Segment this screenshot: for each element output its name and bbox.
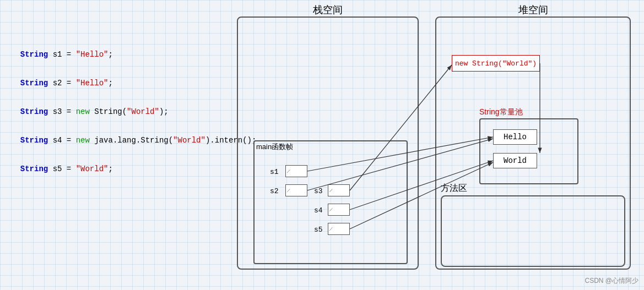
main-frame-box	[253, 140, 408, 264]
main-frame-title: main函数帧	[256, 142, 293, 152]
heap-new-string-box: new String("World")	[452, 55, 540, 72]
zhan-title: 栈空间	[237, 3, 419, 17]
method-title: 方法区	[441, 183, 467, 194]
code-block: String s1 = "Hello"; String s2 = "Hello"…	[11, 33, 256, 190]
s4-box: ⟋	[328, 204, 350, 216]
s5-box: ⟋	[328, 223, 350, 235]
s3-box: ⟋	[328, 184, 350, 196]
constant-pool-title: String常量池	[479, 107, 523, 117]
s4-label: s4	[314, 206, 323, 215]
s1-label: s1	[270, 168, 279, 176]
pool-hello-box: Hello	[493, 129, 537, 145]
constant-pool-box	[479, 118, 578, 184]
s2-box: ⟋	[285, 184, 307, 196]
s1-box: ⟋	[285, 165, 307, 177]
s3-label: s3	[314, 187, 323, 195]
pool-world-box: World	[493, 153, 537, 168]
s5-label: s5	[314, 226, 323, 234]
watermark: CSDN @心情阿少	[585, 276, 638, 286]
heap-title: 堆空间	[435, 3, 631, 17]
method-box	[441, 195, 625, 267]
s2-label: s2	[270, 187, 279, 195]
